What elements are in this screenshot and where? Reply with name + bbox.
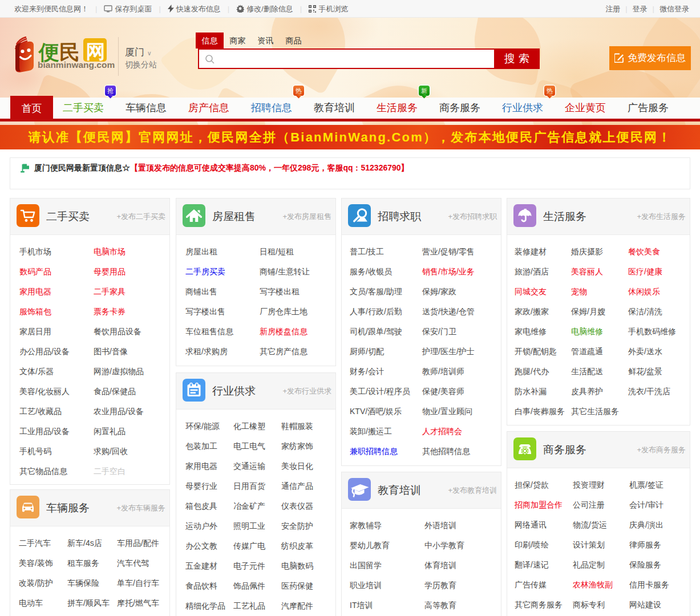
svg-text:bianminwang.com: bianminwang.com [38,60,115,70]
svg-text:网: 网 [86,40,106,62]
